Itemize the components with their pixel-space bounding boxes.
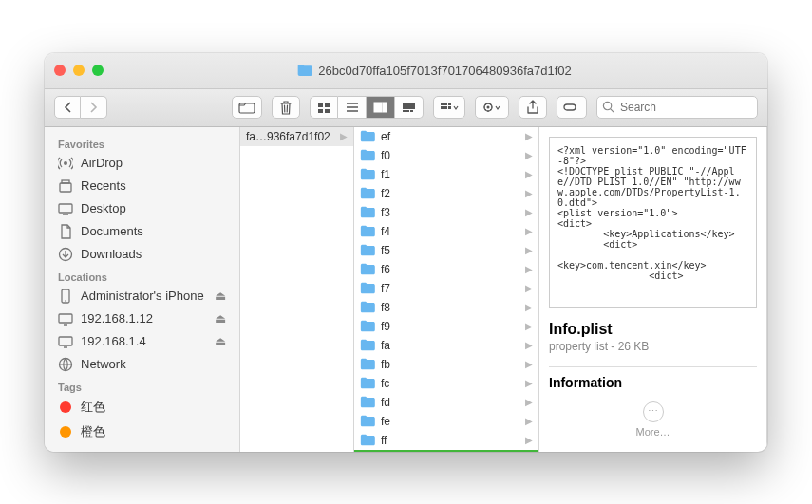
list-item[interactable]: f4▶	[354, 222, 538, 241]
view-list-button[interactable]	[338, 96, 367, 119]
list-item[interactable]: f9▶	[354, 317, 538, 336]
sidebar-item[interactable]: 192.168.1.12⏏	[45, 308, 239, 330]
more-block[interactable]: ⋯ More…	[549, 401, 757, 438]
list-item[interactable]: ff▶	[354, 431, 538, 450]
svg-rect-15	[441, 106, 444, 109]
svg-point-21	[603, 102, 611, 109]
view-switcher	[310, 96, 424, 119]
sidebar-item-label: Downloads	[81, 247, 142, 261]
arrange-button[interactable]	[433, 96, 465, 119]
svg-rect-9	[403, 110, 406, 112]
sidebar-item[interactable]: 192.168.1.4⏏	[45, 330, 239, 353]
svg-rect-12	[441, 103, 444, 105]
chevron-right-icon: ▶	[525, 245, 533, 255]
svg-rect-16	[444, 106, 447, 109]
folder-icon	[360, 244, 375, 256]
list-item[interactable]: fb▶	[354, 355, 538, 374]
search-icon	[602, 101, 614, 113]
more-icon: ⋯	[643, 401, 664, 422]
finder-window: 26bc0d70ffa105f7013f701706480936fa7d1f02…	[45, 53, 767, 452]
view-gallery-button[interactable]	[395, 96, 424, 119]
chevron-right-icon: ▶	[525, 264, 533, 274]
svg-rect-29	[59, 314, 72, 323]
list-item[interactable]: f0▶	[354, 146, 538, 165]
list-item[interactable]: fc▶	[354, 374, 538, 393]
view-column-button[interactable]	[367, 96, 395, 119]
list-item[interactable]: fe▶	[354, 412, 538, 431]
tags-button[interactable]	[557, 96, 587, 119]
more-label: More…	[635, 426, 670, 438]
eject-icon[interactable]: ⏏	[215, 311, 226, 326]
info-header: Information	[549, 366, 757, 390]
sidebar-item[interactable]: Downloads	[45, 243, 239, 266]
sidebar-item[interactable]: Network	[45, 353, 239, 376]
column-1: fa…936fa7d1f02 ▶	[240, 127, 354, 452]
view-icon-button[interactable]	[310, 96, 338, 119]
svg-rect-25	[59, 204, 72, 213]
sidebar-item[interactable]: Recents	[45, 175, 239, 197]
sidebar-item[interactable]: 红色	[45, 395, 239, 420]
chevron-right-icon: ▶	[525, 321, 533, 331]
sidebar-header: Tags	[45, 376, 239, 395]
sidebar-item-label: 192.168.1.4	[81, 334, 146, 348]
list-item[interactable]: Info.plist	[354, 450, 538, 452]
list-item[interactable]: fa…936fa7d1f02 ▶	[240, 127, 353, 146]
eject-icon[interactable]: ⏏	[215, 289, 226, 303]
close-button[interactable]	[54, 65, 66, 76]
new-folder-button[interactable]	[232, 96, 262, 119]
network-icon	[58, 357, 73, 372]
back-button[interactable]	[54, 96, 81, 119]
svg-rect-6	[379, 103, 383, 112]
eject-icon[interactable]: ⏏	[215, 334, 226, 348]
sidebar-header: Favorites	[45, 133, 239, 152]
tag-icon	[58, 424, 73, 439]
list-item[interactable]: f2▶	[354, 184, 538, 203]
column-2: ef▶f0▶f1▶f2▶f3▶f4▶f5▶f6▶f7▶f8▶f9▶fa▶fb▶f…	[354, 127, 539, 452]
forward-button[interactable]	[81, 96, 107, 119]
list-item[interactable]: f3▶	[354, 203, 538, 222]
list-item[interactable]: f7▶	[354, 279, 538, 298]
trash-button[interactable]	[272, 96, 300, 119]
folder-icon	[360, 282, 375, 294]
chevron-right-icon: ▶	[525, 416, 533, 426]
sidebar-item[interactable]: AirDrop	[45, 152, 239, 175]
item-label: f2	[381, 187, 390, 200]
svg-rect-11	[410, 110, 413, 112]
list-item[interactable]: fd▶	[354, 393, 538, 412]
search-input[interactable]	[596, 96, 758, 119]
item-label: f5	[381, 244, 390, 257]
sidebar-item[interactable]: 橙色	[45, 420, 239, 444]
downloads-icon	[58, 247, 73, 262]
list-item[interactable]: ef▶	[354, 127, 538, 146]
list-item[interactable]: fa▶	[354, 336, 538, 355]
sidebar-item-label: 橙色	[81, 423, 105, 440]
list-item[interactable]: f6▶	[354, 260, 538, 279]
zoom-button[interactable]	[92, 65, 104, 76]
item-label: f8	[381, 301, 390, 314]
sidebar-item[interactable]: Documents	[45, 220, 239, 243]
list-item[interactable]: f5▶	[354, 241, 538, 260]
airdrop-icon	[58, 156, 73, 171]
item-label: f1	[381, 168, 390, 181]
list-item[interactable]: f1▶	[354, 165, 538, 184]
action-button[interactable]	[475, 96, 509, 119]
sidebar-header: Locations	[45, 266, 239, 285]
share-button[interactable]	[519, 96, 547, 119]
search-field[interactable]	[596, 96, 758, 119]
folder-icon	[360, 187, 375, 199]
sidebar-item-label: Network	[81, 357, 126, 371]
preview-column: <?xml version="1.0" encoding="UTF-8"?> <…	[539, 127, 767, 452]
sidebar-item-label: AirDrop	[81, 156, 123, 170]
svg-rect-5	[374, 103, 378, 112]
chevron-right-icon: ▶	[525, 169, 533, 179]
chevron-right-icon: ▶	[525, 378, 533, 388]
sidebar-item[interactable]: Desktop	[45, 197, 239, 220]
preview-box: <?xml version="1.0" encoding="UTF-8"?> <…	[549, 137, 757, 308]
sidebar-item[interactable]: Administrator's iPhone⏏	[45, 285, 239, 308]
desktop-icon	[58, 201, 73, 216]
window-title-text: 26bc0d70ffa105f7013f701706480936fa7d1f02	[318, 64, 572, 78]
minimize-button[interactable]	[73, 65, 85, 76]
chevron-right-icon: ▶	[525, 340, 533, 350]
svg-rect-14	[448, 103, 451, 105]
list-item[interactable]: f8▶	[354, 298, 538, 317]
